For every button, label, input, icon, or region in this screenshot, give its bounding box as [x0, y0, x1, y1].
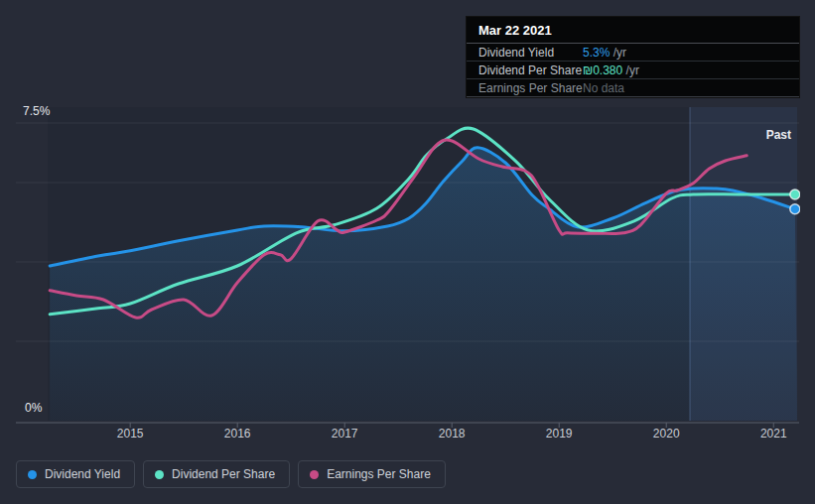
x-tick-label: 2017: [332, 427, 358, 441]
tooltip-row-value: ₪0.380: [583, 63, 622, 77]
y-axis-max-label: 7.5%: [23, 104, 50, 118]
chart-tooltip: Mar 22 2021 Dividend Yield 5.3% /yr Divi…: [467, 17, 799, 97]
tooltip-row-suffix: /yr: [622, 63, 639, 77]
past-region-label: Past: [766, 128, 791, 142]
tooltip-row-label: Dividend Per Share: [478, 63, 583, 77]
y-axis-min-label: 0%: [25, 401, 42, 415]
x-tick-label: 2018: [439, 427, 466, 441]
legend-dot-icon: [155, 470, 164, 479]
legend-item-label: Dividend Per Share: [172, 467, 275, 481]
tooltip-row-dividend-per-share: Dividend Per Share ₪0.380 /yr: [467, 62, 799, 79]
tooltip-row-value: 5.3%: [583, 46, 610, 60]
legend-item-dividend-per-share[interactable]: Dividend Per Share: [143, 460, 290, 488]
tooltip-row-dividend-yield: Dividend Yield 5.3% /yr: [467, 44, 799, 62]
dividend-history-panel: 7.5% 0% 2015201620172018201920202021 Pas…: [0, 0, 815, 504]
tooltip-date: Mar 22 2021: [467, 17, 799, 44]
legend-item-dividend-yield[interactable]: Dividend Yield: [16, 460, 135, 488]
tooltip-row-earnings-per-share: Earnings Per Share No data: [467, 79, 799, 97]
x-tick-label: 2021: [760, 427, 787, 441]
x-tick-label: 2016: [224, 427, 251, 441]
x-tick-label: 2019: [546, 427, 573, 441]
legend-dot-icon: [310, 470, 319, 479]
legend-item-label: Dividend Yield: [45, 467, 120, 481]
chart-legend: Dividend Yield Dividend Per Share Earnin…: [16, 460, 446, 488]
legend-dot-icon: [28, 470, 37, 479]
tooltip-row-value: No data: [583, 81, 624, 95]
x-tick-label: 2020: [653, 427, 680, 441]
tooltip-row-label: Earnings Per Share: [478, 81, 583, 95]
tooltip-row-suffix: /yr: [610, 46, 626, 60]
legend-item-label: Earnings Per Share: [327, 467, 431, 481]
tooltip-row-label: Dividend Yield: [478, 46, 583, 60]
legend-item-earnings-per-share[interactable]: Earnings Per Share: [298, 460, 446, 488]
x-tick-label: 2015: [117, 427, 144, 441]
